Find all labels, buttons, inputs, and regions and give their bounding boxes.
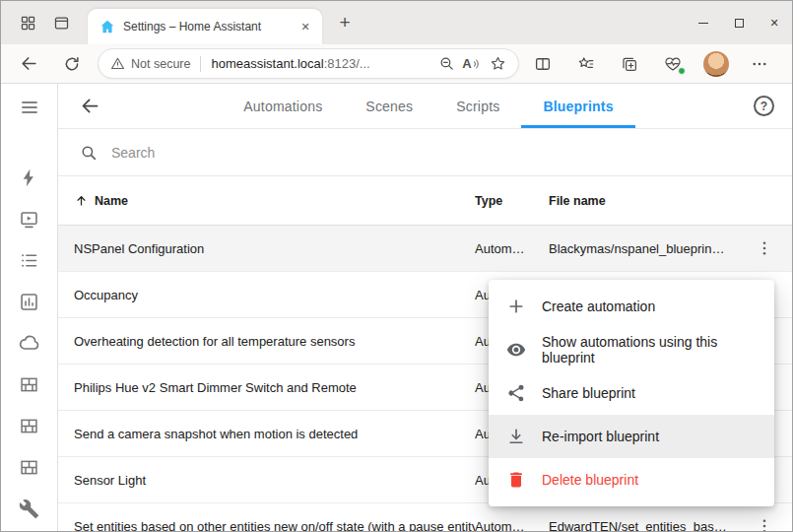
restore-button[interactable]: [721, 1, 757, 44]
settings-more-icon[interactable]: [742, 48, 777, 80]
window-controls: ✕: [686, 1, 792, 44]
sidebar-tools-wrench-icon[interactable]: [9, 488, 50, 529]
column-name[interactable]: Name: [58, 193, 475, 208]
row-type: Autom…: [475, 519, 549, 532]
tab-blueprints[interactable]: Blueprints: [521, 84, 634, 128]
ha-main: Automations Scenes Scripts Blueprints ?: [58, 84, 792, 532]
refresh-button[interactable]: [56, 48, 88, 80]
menu-item-label: Re-import blueprint: [542, 429, 659, 444]
favorites-hub-icon[interactable]: [568, 48, 604, 80]
sidebar-cloud-icon[interactable]: [9, 322, 50, 364]
back-button[interactable]: [13, 48, 44, 80]
row-name: Philips Hue v2 Smart Dimmer Switch and R…: [58, 380, 475, 395]
row-type: Autom…: [475, 241, 549, 256]
read-aloud-icon[interactable]: A: [459, 51, 485, 77]
row-name: Overheating detection for all temperatur…: [58, 334, 475, 349]
column-name-label: Name: [95, 194, 128, 208]
trash-icon: [506, 470, 526, 490]
row-name: NSPanel Configuration: [58, 241, 475, 256]
workspaces-icon[interactable]: [11, 6, 44, 39]
column-type[interactable]: Type: [475, 194, 549, 208]
row-name: Occupancy: [58, 288, 475, 302]
ha-back-arrow-icon[interactable]: [76, 93, 103, 120]
tab-scenes[interactable]: Scenes: [344, 84, 434, 128]
ha-app-header: Automations Scenes Scripts Blueprints ?: [58, 84, 792, 129]
tab-title: Settings – Home Assistant: [123, 20, 289, 33]
browser-essentials-icon[interactable]: [655, 48, 691, 80]
browser-titlebar: Settings – Home Assistant ✕ + ✕: [1, 1, 792, 44]
window-close-button[interactable]: ✕: [757, 1, 792, 44]
search-icon: [80, 144, 98, 162]
navbar-right-icons: [525, 48, 777, 80]
sidebar-menu-icon[interactable]: [12, 90, 47, 125]
row-name: Set entities based on other entities new…: [58, 519, 475, 532]
help-icon[interactable]: ?: [754, 96, 774, 116]
menu-item-label: Create automation: [542, 299, 655, 314]
home-assistant-favicon: [99, 19, 115, 34]
ha-tab-bar: Automations Scenes Scripts Blueprints: [103, 84, 754, 128]
tab-automations[interactable]: Automations: [222, 84, 344, 128]
tab-scripts[interactable]: Scripts: [434, 84, 521, 128]
row-overflow-menu-icon[interactable]: [736, 517, 792, 532]
menu-item-create-automation[interactable]: Create automation: [489, 285, 774, 328]
sidebar-history-chart-icon[interactable]: [9, 281, 50, 322]
sidebar-bricks-icon-1[interactable]: [9, 364, 50, 405]
not-secure-warning-icon: [110, 56, 125, 71]
url-suffix: :8123/...: [324, 56, 370, 71]
address-separator: [200, 56, 201, 72]
column-file-name[interactable]: File name: [549, 194, 736, 208]
security-label[interactable]: Not secure: [131, 57, 190, 71]
sidebar-bricks-icon-2[interactable]: [9, 405, 50, 446]
zoom-out-icon[interactable]: [433, 51, 459, 77]
menu-item-label: Delete blueprint: [542, 472, 638, 488]
table-row[interactable]: Set entities based on other entities new…: [58, 503, 792, 532]
browser-window: Settings – Home Assistant ✕ + ✕ Not secu…: [0, 0, 793, 532]
browser-navbar: Not secure homeassistant.local:8123/... …: [1, 44, 792, 84]
download-icon: [506, 427, 526, 446]
home-assistant-app: Automations Scenes Scripts Blueprints ?: [1, 84, 792, 532]
plus-icon: [506, 297, 526, 316]
menu-item-label: Share blueprint: [542, 385, 635, 401]
share-icon: [506, 383, 526, 403]
tab-actions-icon[interactable]: [44, 6, 78, 39]
menu-item-reimport-blueprint[interactable]: Re-import blueprint: [489, 415, 774, 458]
table-row[interactable]: NSPanel Configuration Autom… Blackymas/n…: [58, 226, 792, 272]
search-row: [58, 129, 792, 176]
table-header: Name Type File name: [58, 176, 792, 226]
search-input[interactable]: [111, 145, 792, 161]
sidebar-bricks-icon-3[interactable]: [9, 446, 50, 488]
favorite-star-icon[interactable]: [485, 51, 510, 77]
menu-item-show-automations[interactable]: Show automations using this blueprint: [489, 328, 774, 371]
row-overflow-menu-icon[interactable]: [736, 239, 792, 257]
row-name: Send a camera snapshot when motion is de…: [58, 427, 475, 441]
minimize-button[interactable]: [686, 1, 721, 44]
menu-item-share-blueprint[interactable]: Share blueprint: [489, 371, 774, 415]
ha-sidebar: [1, 84, 58, 532]
profile-avatar[interactable]: [698, 48, 734, 80]
new-tab-button[interactable]: +: [330, 8, 360, 37]
sidebar-logbook-list-icon[interactable]: [9, 239, 50, 281]
blueprint-context-menu: Create automation Show automations using…: [489, 280, 774, 506]
sidebar-media-icon[interactable]: [9, 198, 50, 239]
browser-tab[interactable]: Settings – Home Assistant ✕: [88, 9, 322, 44]
split-screen-icon[interactable]: [525, 48, 561, 80]
url-text[interactable]: homeassistant.local:8123/...: [211, 56, 433, 71]
essentials-status-dot: [678, 67, 686, 75]
menu-item-delete-blueprint[interactable]: Delete blueprint: [489, 458, 774, 501]
row-name: Sensor Light: [58, 473, 475, 488]
address-bar[interactable]: Not secure homeassistant.local:8123/... …: [98, 48, 519, 79]
sidebar-energy-icon[interactable]: [9, 157, 50, 198]
menu-item-label: Show automations using this blueprint: [542, 334, 760, 366]
tab-close-icon[interactable]: ✕: [297, 18, 314, 35]
collections-icon[interactable]: [612, 48, 647, 80]
eye-icon: [506, 340, 526, 360]
row-file: EdwardTEN/set_entities_bas…: [549, 519, 736, 532]
row-file: Blackymas/nspanel_blueprin…: [549, 241, 736, 256]
sort-ascending-icon: [74, 193, 89, 208]
url-host: homeassistant.local: [211, 56, 323, 71]
